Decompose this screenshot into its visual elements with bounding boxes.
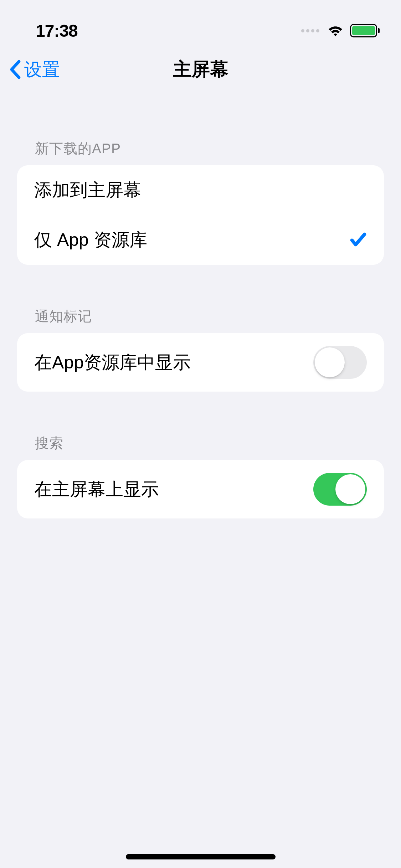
toggle-show-in-library[interactable]	[313, 346, 367, 379]
section-header-new-apps: 新下载的APP	[0, 139, 401, 165]
section-header-badges: 通知标记	[0, 307, 401, 333]
checkmark-icon	[349, 231, 367, 250]
status-indicators	[301, 23, 380, 38]
home-indicator[interactable]	[126, 854, 276, 859]
status-time: 17:38	[36, 21, 78, 41]
chevron-left-icon	[9, 60, 21, 79]
battery-icon	[350, 24, 380, 37]
row-label: 在主屏幕上显示	[34, 477, 159, 501]
section-header-search: 搜索	[0, 434, 401, 460]
group-new-apps: 添加到主屏幕 仅 App 资源库	[17, 165, 384, 265]
back-label: 设置	[24, 58, 60, 82]
group-search: 在主屏幕上显示	[17, 460, 384, 518]
row-show-on-home: 在主屏幕上显示	[17, 460, 384, 518]
option-label: 添加到主屏幕	[34, 178, 141, 202]
row-label: 在App资源库中显示	[34, 351, 191, 374]
back-button[interactable]: 设置	[9, 58, 60, 82]
option-app-library-only[interactable]: 仅 App 资源库	[17, 215, 384, 265]
status-bar: 17:38	[0, 0, 401, 46]
signal-dots-icon	[301, 29, 319, 32]
group-badges: 在App资源库中显示	[17, 333, 384, 392]
navigation-bar: 设置 主屏幕	[0, 46, 401, 93]
page-title: 主屏幕	[173, 57, 228, 82]
row-show-in-library: 在App资源库中显示	[17, 333, 384, 392]
toggle-show-on-home[interactable]	[313, 473, 367, 506]
option-label: 仅 App 资源库	[34, 228, 147, 252]
wifi-icon	[327, 23, 344, 38]
option-add-to-home[interactable]: 添加到主屏幕	[17, 165, 384, 215]
